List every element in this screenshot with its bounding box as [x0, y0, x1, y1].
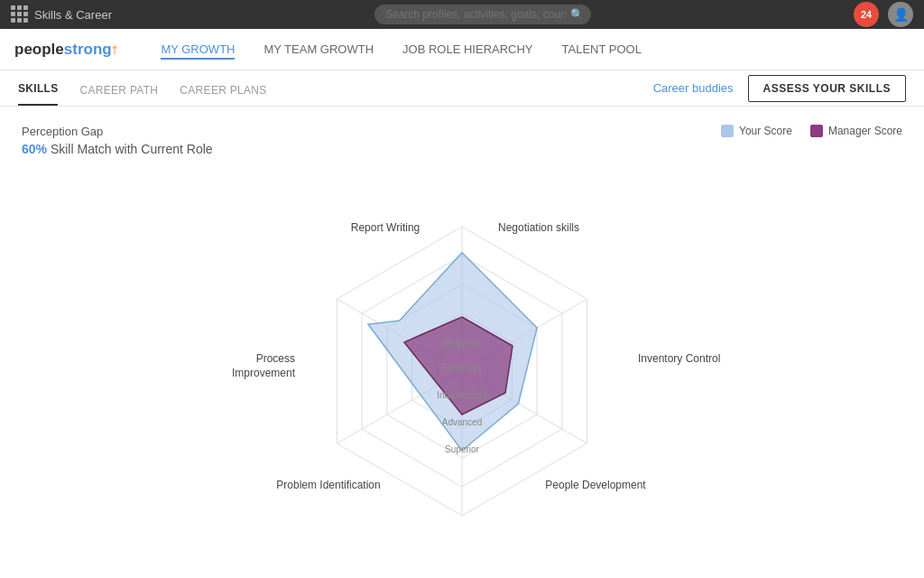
app-title: Skills & Career: [34, 8, 112, 22]
legend-manager-score: Manager Score: [810, 125, 902, 137]
top-bar: Skills & Career 🔍 24 👤: [0, 0, 924, 29]
notification-icon: 24: [854, 2, 879, 27]
tab-career-plans[interactable]: CAREER PLANS: [180, 84, 266, 106]
level-beginner: Beginner: [444, 338, 481, 348]
legend-your-score: Your Score: [721, 125, 792, 137]
manager-score-color-box: [810, 125, 823, 137]
secondary-nav: peoplestrong† MY GROWTH MY TEAM GROWTH J…: [0, 29, 924, 70]
label-inventory: Inventory Control: [638, 352, 720, 365]
main-content: Perception Gap 60% Skill Match with Curr…: [0, 107, 924, 578]
radar-chart-container: Beginner Elementry Intermediate Advanced…: [22, 163, 902, 578]
label-process-improvement-2: Improvement: [232, 367, 296, 379]
your-score-label: Your Score: [739, 125, 792, 137]
manager-score-label: Manager Score: [828, 125, 902, 137]
your-score-color-box: [721, 125, 734, 137]
label-problem-id: Problem Identification: [276, 479, 380, 491]
notification-badge[interactable]: 24: [854, 2, 879, 27]
top-bar-right: 24 👤: [854, 2, 913, 27]
skill-match-text: 60% Skill Match with Current Role: [22, 142, 902, 156]
level-elementry: Elementry: [441, 363, 482, 373]
label-people-dev: People Development: [545, 479, 646, 491]
search-button[interactable]: 🔍: [570, 8, 584, 21]
label-negotiation: Negotiation skills: [498, 221, 579, 234]
nav-talent-pool[interactable]: TALENT POOL: [562, 39, 642, 60]
nav-my-growth[interactable]: MY GROWTH: [161, 39, 235, 60]
grid-icon[interactable]: [11, 5, 29, 23]
logo-people: people: [14, 41, 64, 59]
nav-job-role-hierarchy[interactable]: JOB ROLE HIERARCHY: [402, 39, 532, 60]
top-bar-left: Skills & Career: [11, 5, 112, 23]
nav-my-team-growth[interactable]: MY TEAM GROWTH: [263, 39, 374, 60]
radar-chart-svg: Beginner Elementry Intermediate Advanced…: [227, 172, 697, 570]
level-superior: Superior: [445, 444, 479, 454]
skill-match-percent: 60%: [22, 142, 47, 156]
career-buddies-link[interactable]: Career buddies: [653, 81, 734, 95]
tabs-left: SKILLS CAREER PATH CAREER PLANS: [18, 70, 267, 106]
search-input[interactable]: [374, 5, 591, 24]
logo-mark: †: [112, 43, 118, 56]
tab-bar: SKILLS CAREER PATH CAREER PLANS Career b…: [0, 70, 924, 107]
assess-skills-button[interactable]: ASSESS YOUR SKILLS: [748, 75, 906, 102]
tab-career-path[interactable]: CAREER PATH: [79, 84, 158, 106]
skill-match-description: Skill Match with Current Role: [51, 142, 213, 156]
logo-strong: strong: [64, 41, 112, 59]
tab-skills[interactable]: SKILLS: [18, 82, 58, 106]
label-report-writing: Report Writing: [351, 221, 420, 234]
avatar[interactable]: 👤: [888, 2, 913, 27]
logo: peoplestrong†: [14, 41, 117, 59]
level-intermediate: Intermediate: [437, 390, 487, 400]
search-container: 🔍: [374, 5, 591, 24]
chart-legend: Your Score Manager Score: [721, 125, 902, 137]
level-advanced: Advanced: [442, 417, 482, 427]
label-process-improvement: Process: [256, 352, 295, 365]
tabs-right: Career buddies ASSESS YOUR SKILLS: [653, 75, 906, 102]
